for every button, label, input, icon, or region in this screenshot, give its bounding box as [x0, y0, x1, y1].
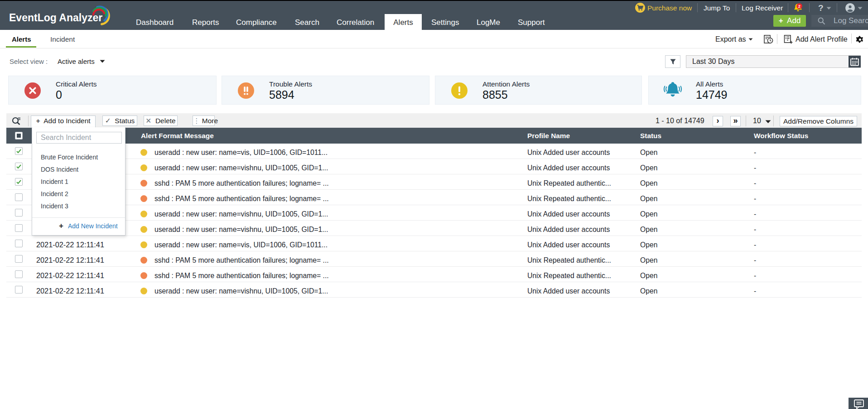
svg-text:2: 2	[798, 4, 800, 9]
